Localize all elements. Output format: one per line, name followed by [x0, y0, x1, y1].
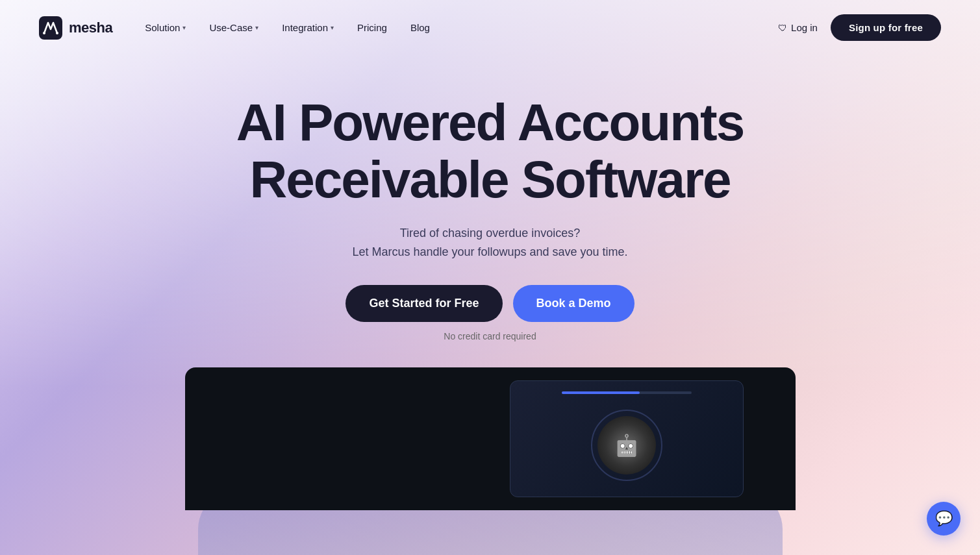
signup-button[interactable]: Sign up for free — [831, 14, 941, 41]
chat-widget-button[interactable]: 💬 — [927, 502, 961, 536]
progress-bar-container — [562, 391, 692, 394]
nav-item-integration[interactable]: Integration ▾ — [282, 22, 334, 33]
hero-subtitle: Tired of chasing overdue invoices? Let M… — [352, 224, 627, 262]
no-credit-card-text: No credit card required — [444, 331, 536, 341]
product-preview: 🤖 — [185, 367, 796, 510]
nav-link-use-case[interactable]: Use-Case ▾ — [209, 22, 258, 33]
hero-title: AI Powered Accounts Receivable Software — [198, 94, 783, 208]
svg-point-2 — [56, 32, 58, 34]
chat-bubble-icon: 💬 — [935, 510, 953, 527]
nav-item-blog[interactable]: Blog — [410, 22, 430, 33]
get-started-button[interactable]: Get Started for Free — [346, 285, 502, 322]
book-demo-button[interactable]: Book a Demo — [513, 285, 634, 322]
nav-links: Solution ▾ Use-Case ▾ Integration ▾ Pric… — [145, 22, 430, 33]
product-dashboard: 🤖 — [510, 380, 744, 497]
svg-point-1 — [43, 32, 45, 34]
ai-face-icon: 🤖 — [614, 433, 640, 458]
logo-text: mesha — [69, 19, 112, 36]
hero-actions: Get Started for Free Book a Demo — [346, 285, 634, 322]
nav-link-pricing[interactable]: Pricing — [357, 22, 387, 33]
navbar-left: mesha Solution ▾ Use-Case ▾ Integration … — [39, 16, 430, 40]
nav-link-solution[interactable]: Solution ▾ — [145, 22, 186, 33]
login-link[interactable]: 🛡 Log in — [778, 22, 818, 33]
hero-section: AI Powered Accounts Receivable Software … — [0, 55, 980, 510]
nav-link-blog[interactable]: Blog — [410, 22, 430, 33]
logo-icon — [39, 16, 62, 40]
logo-link[interactable]: mesha — [39, 16, 112, 40]
navbar: mesha Solution ▾ Use-Case ▾ Integration … — [0, 0, 980, 55]
chevron-down-icon: ▾ — [331, 24, 334, 31]
nav-item-pricing[interactable]: Pricing — [357, 22, 387, 33]
chevron-down-icon: ▾ — [182, 24, 186, 31]
nav-item-use-case[interactable]: Use-Case ▾ — [209, 22, 258, 33]
ai-avatar: 🤖 — [597, 416, 656, 475]
navbar-right: 🛡 Log in Sign up for free — [778, 14, 941, 41]
progress-bar-fill — [562, 391, 640, 394]
nav-item-solution[interactable]: Solution ▾ — [145, 22, 186, 33]
shield-icon: 🛡 — [778, 23, 787, 33]
chevron-down-icon: ▾ — [255, 24, 258, 31]
nav-link-integration[interactable]: Integration ▾ — [282, 22, 334, 33]
